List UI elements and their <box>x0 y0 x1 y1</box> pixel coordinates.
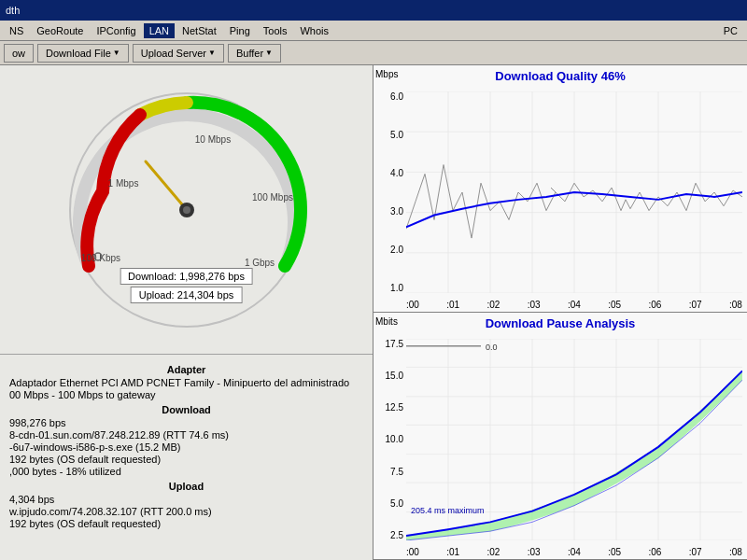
q-y3: 3.0 <box>390 206 403 217</box>
p-y7: 17.5 <box>386 339 403 349</box>
q-x3: :03 <box>528 300 541 310</box>
menu-pc[interactable]: PC <box>718 23 743 38</box>
p-x3: :03 <box>528 547 541 557</box>
p-y3: 7.5 <box>390 467 403 477</box>
gauge-download-label: Download: 1,998,276 bps <box>120 268 253 285</box>
p-x0: :00 <box>406 547 419 557</box>
menu-whois[interactable]: Whois <box>294 23 334 38</box>
p-y5: 12.5 <box>386 402 403 413</box>
title-text: dth <box>6 5 20 16</box>
download-line-0: 998,276 bps <box>9 417 363 428</box>
upload-server-arrow: ▼ <box>208 49 216 57</box>
upload-line-1: w.ipjudo.com/74.208.32.107 (RTT 200.0 ms… <box>9 506 363 517</box>
svg-text:100 Mbps: 100 Mbps <box>252 192 293 203</box>
svg-point-8 <box>183 206 190 214</box>
p-x6: :06 <box>649 547 662 557</box>
q-y4: 4.0 <box>390 168 403 178</box>
download-file-arrow: ▼ <box>113 49 120 57</box>
quality-y-axis: 6.0 5.0 4.0 3.0 2.0 1.0 <box>374 91 406 293</box>
gauge-area: 100 Kbps 1 Mbps 10 Mbps 100 Mbps 1 Gbps <box>0 65 373 355</box>
q-x7: :07 <box>689 300 702 310</box>
toolbar-download-file-btn[interactable]: Download File ▼ <box>37 44 129 63</box>
quality-x-axis: :00 :01 :02 :03 :04 :05 :06 :07 :08 <box>406 300 742 310</box>
quality-chart-unit: Mbps <box>375 69 398 79</box>
pause-y-axis: 17.5 15.0 12.5 10.0 7.5 5.0 2.5 <box>374 339 406 540</box>
adapter-line2: 00 Mbps - 100 Mbps to gateway <box>9 389 363 400</box>
menu-georoute[interactable]: GeoRoute <box>31 23 89 38</box>
menu-ping[interactable]: Ping <box>224 23 256 38</box>
q-x0: :00 <box>406 300 419 310</box>
gauge-container: 100 Kbps 1 Mbps 10 Mbps 100 Mbps 1 Gbps <box>56 79 317 341</box>
p-y4: 10.0 <box>386 434 403 444</box>
download-line-4: ,000 bytes - 18% utilized <box>9 466 363 477</box>
q-y5: 5.0 <box>390 130 403 140</box>
q-y1: 1.0 <box>390 283 403 293</box>
menu-ipconfig[interactable]: IPConfig <box>91 23 141 38</box>
quality-chart-area <box>406 91 742 293</box>
q-x4: :04 <box>568 300 581 310</box>
p-y1: 2.5 <box>390 530 403 540</box>
upload-title: Upload <box>9 481 363 492</box>
info-panel: Adapter Adaptador Ethernet PCI AMD PCNET… <box>0 355 373 560</box>
p-x4: :04 <box>568 547 581 557</box>
pause-x-axis: :00 :01 :02 :03 :04 :05 :06 :07 :08 <box>406 547 742 557</box>
main-content: 100 Kbps 1 Mbps 10 Mbps 100 Mbps 1 Gbps <box>0 65 747 560</box>
q-x1: :01 <box>446 300 459 310</box>
q-x5: :05 <box>608 300 621 310</box>
toolbar-buffer-btn[interactable]: Buffer ▼ <box>228 44 281 63</box>
pause-chart-unit: Mbits <box>375 316 398 327</box>
p-x1: :01 <box>446 547 459 557</box>
menu-ns[interactable]: NS <box>4 23 29 38</box>
upload-line-0: 4,304 bps <box>9 494 363 505</box>
svg-text:10 Mbps: 10 Mbps <box>194 134 230 145</box>
menu-netstat[interactable]: NetStat <box>176 23 222 38</box>
left-panel: 100 Kbps 1 Mbps 10 Mbps 100 Mbps 1 Gbps <box>0 65 374 560</box>
adapter-line1: Adaptador Ethernet PCI AMD PCNET Family … <box>9 377 363 388</box>
q-x2: :02 <box>487 300 500 310</box>
svg-text:1 Mbps: 1 Mbps <box>107 178 138 189</box>
toolbar: ow Download File ▼ Upload Server ▼ Buffe… <box>0 41 747 65</box>
p-y2: 5.0 <box>390 498 403 509</box>
p-x5: :05 <box>608 547 621 557</box>
pause-svg: 0.0 205.4 ms maximum <box>406 339 742 540</box>
quality-chart-panel: Download Quality 46% Mbps 6.0 5.0 4.0 3.… <box>374 65 747 313</box>
q-x8: :08 <box>729 300 742 310</box>
menu-tools[interactable]: Tools <box>258 23 293 38</box>
svg-text:1 Gbps: 1 Gbps <box>244 258 274 268</box>
q-x6: :06 <box>649 300 662 310</box>
quality-chart-title: Download Quality 46% <box>374 65 747 85</box>
gauge-upload-label: Upload: 214,304 bps <box>131 287 243 303</box>
adapter-title: Adapter <box>9 364 363 375</box>
download-line-1: 8-cdn-01.sun.com/87.248.212.89 (RTT 74.6… <box>9 429 363 441</box>
menu-bar: NS GeoRoute IPConfig LAN NetStat Ping To… <box>0 21 747 41</box>
pause-chart-area: 0.0 205.4 ms maximum <box>406 339 742 540</box>
pause-chart-title: Download Pause Analysis <box>374 313 747 332</box>
pause-chart-panel: Download Pause Analysis Mbits 17.5 15.0 … <box>374 313 747 560</box>
download-line-3: 192 bytes (OS default requested) <box>9 454 363 465</box>
svg-text:0.0: 0.0 <box>486 343 498 352</box>
toolbar-upload-server-btn[interactable]: Upload Server ▼ <box>133 44 224 63</box>
svg-text:205.4 ms maximum: 205.4 ms maximum <box>411 506 484 515</box>
p-x8: :08 <box>729 547 742 557</box>
q-y6: 6.0 <box>390 91 403 102</box>
p-y6: 15.0 <box>386 371 403 381</box>
p-x7: :07 <box>689 547 702 557</box>
p-x2: :02 <box>487 547 500 557</box>
download-title: Download <box>9 404 363 415</box>
upload-line-2: 192 bytes (OS default requested) <box>9 518 363 529</box>
toolbar-ow-btn[interactable]: ow <box>4 44 34 63</box>
download-line-2: -6u7-windows-i586-p-s.exe (15.2 MB) <box>9 441 363 453</box>
right-panel: Download Quality 46% Mbps 6.0 5.0 4.0 3.… <box>374 65 747 560</box>
buffer-arrow: ▼ <box>265 49 273 57</box>
menu-lan[interactable]: LAN <box>144 23 175 38</box>
q-y2: 2.0 <box>390 245 403 255</box>
title-bar: dth <box>0 0 747 21</box>
quality-svg <box>406 91 742 293</box>
gauge-labels: Download: 1,998,276 bps Upload: 214,304 … <box>120 268 253 303</box>
